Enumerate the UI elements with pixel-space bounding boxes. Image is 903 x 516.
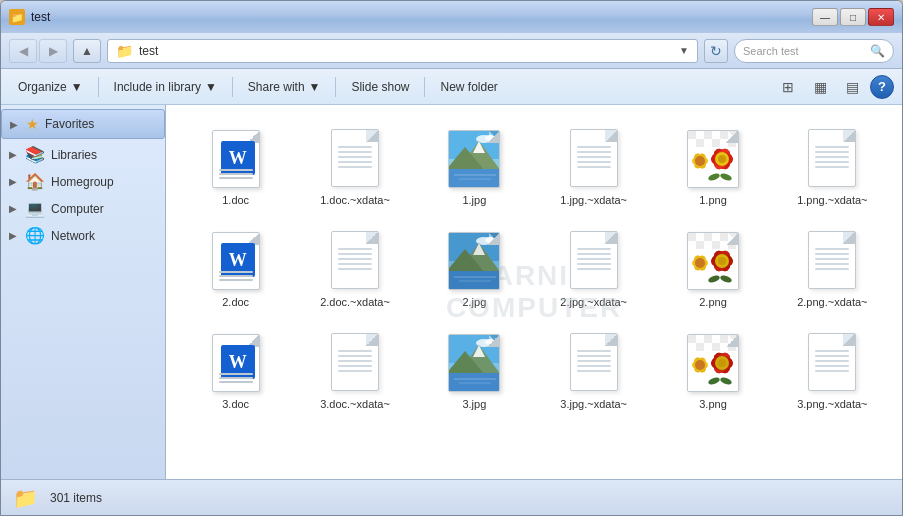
list-item[interactable]: 1.png — [657, 119, 768, 213]
svg-point-106 — [718, 359, 726, 367]
list-item[interactable]: 2.jpg — [419, 221, 530, 315]
file-name: 1.png — [699, 194, 727, 206]
forward-button[interactable]: ▶ — [39, 39, 67, 63]
search-icon[interactable]: 🔍 — [870, 44, 885, 58]
address-path[interactable]: 📁 test ▼ — [107, 39, 698, 63]
svg-point-76 — [476, 339, 492, 347]
svg-point-61 — [695, 258, 705, 268]
path-folder-icon: 📁 — [116, 43, 133, 59]
list-item[interactable]: 2.png — [657, 221, 768, 315]
file-name: 2.jpg — [462, 296, 486, 308]
png-icon — [681, 228, 745, 292]
main-content: ▶ ★ Favorites ▶ 📚 Libraries ▶ 🏠 Homegrou… — [1, 105, 902, 479]
png-icon — [681, 126, 745, 190]
file-name: 3.jpg.~xdata~ — [560, 398, 627, 410]
explorer-window: 📁 test — □ ✕ ◀ ▶ ▲ 📁 test ▼ ↻ Search tes… — [0, 0, 903, 516]
list-item[interactable]: 3.jpg — [419, 323, 530, 417]
favorites-arrow: ▶ — [10, 119, 18, 130]
svg-point-3 — [485, 135, 495, 141]
generic-doc-icon — [800, 330, 864, 394]
generic-doc-icon — [323, 126, 387, 190]
generic-doc-icon — [323, 330, 387, 394]
generic-doc-icon — [800, 228, 864, 292]
list-item[interactable]: 3.png.~xdata~ — [777, 323, 888, 417]
list-item[interactable]: W 2.doc — [180, 221, 291, 315]
file-name: 1.jpg.~xdata~ — [560, 194, 627, 206]
generic-doc-icon — [562, 228, 626, 292]
include-in-library-button[interactable]: Include in library ▼ — [105, 74, 226, 100]
refresh-button[interactable]: ↻ — [704, 39, 728, 63]
sidebar-item-favorites[interactable]: ▶ ★ Favorites — [1, 109, 165, 139]
list-item[interactable]: W 1.doc — [180, 119, 291, 213]
list-item[interactable]: 1.doc.~xdata~ — [299, 119, 410, 213]
favorites-star-icon: ★ — [26, 116, 39, 132]
toolbar-sep-4 — [424, 77, 425, 97]
toolbar: Organize ▼ Include in library ▼ Share wi… — [1, 69, 902, 105]
svg-rect-90 — [736, 335, 739, 343]
svg-rect-54 — [696, 241, 704, 249]
svg-point-40 — [485, 237, 495, 243]
list-item[interactable]: W 3.doc — [180, 323, 291, 417]
share-with-button[interactable]: Share with ▼ — [239, 74, 330, 100]
change-layout-button[interactable]: ⊞ — [774, 75, 802, 99]
window-title: test — [31, 10, 50, 24]
list-item[interactable]: 1.jpg.~xdata~ — [538, 119, 649, 213]
sidebar-item-network[interactable]: ▶ 🌐 Network — [1, 222, 165, 249]
generic-doc-icon — [562, 330, 626, 394]
new-folder-button[interactable]: New folder — [431, 74, 506, 100]
file-name: 3.doc — [222, 398, 249, 410]
include-arrow: ▼ — [205, 80, 217, 94]
minimize-button[interactable]: — — [812, 8, 838, 26]
details-pane-button[interactable]: ▤ — [838, 75, 866, 99]
list-item[interactable]: 1.png.~xdata~ — [777, 119, 888, 213]
search-box[interactable]: Search test 🔍 — [734, 39, 894, 63]
file-name: 2.jpg.~xdata~ — [560, 296, 627, 308]
svg-marker-85 — [489, 335, 500, 347]
svg-point-32 — [718, 155, 726, 163]
list-item[interactable]: 3.png — [657, 323, 768, 417]
svg-marker-10 — [489, 131, 500, 143]
jpg-icon — [442, 126, 506, 190]
svg-marker-11 — [489, 131, 500, 143]
computer-arrow: ▶ — [9, 203, 17, 214]
toolbar-sep-2 — [232, 77, 233, 97]
include-in-library-label: Include in library — [114, 80, 201, 94]
list-item[interactable]: 1.jpg — [419, 119, 530, 213]
toolbar-sep-1 — [98, 77, 99, 97]
list-item[interactable]: 3.jpg.~xdata~ — [538, 323, 649, 417]
list-item[interactable]: 3.doc.~xdata~ — [299, 323, 410, 417]
file-name: 3.png.~xdata~ — [797, 398, 867, 410]
toolbar-sep-3 — [335, 77, 336, 97]
slide-show-button[interactable]: Slide show — [342, 74, 418, 100]
list-item[interactable]: 2.jpg.~xdata~ — [538, 221, 649, 315]
organize-button[interactable]: Organize ▼ — [9, 74, 92, 100]
network-label: Network — [51, 229, 95, 243]
list-item[interactable]: 2.doc.~xdata~ — [299, 221, 410, 315]
file-name: 2.png — [699, 296, 727, 308]
svg-rect-50 — [688, 233, 696, 241]
close-button[interactable]: ✕ — [868, 8, 894, 26]
path-dropdown-arrow[interactable]: ▼ — [679, 45, 689, 56]
status-item-count: 301 items — [50, 491, 102, 505]
sidebar-item-computer[interactable]: ▶ 💻 Computer — [1, 195, 165, 222]
up-button[interactable]: ▲ — [73, 39, 101, 63]
svg-rect-88 — [704, 335, 712, 343]
libraries-label: Libraries — [51, 148, 97, 162]
file-name: 3.jpg — [462, 398, 486, 410]
list-item[interactable]: 2.png.~xdata~ — [777, 221, 888, 315]
new-folder-label: New folder — [440, 80, 497, 94]
sidebar-item-homegroup[interactable]: ▶ 🏠 Homegroup — [1, 168, 165, 195]
help-button[interactable]: ? — [870, 75, 894, 99]
svg-rect-87 — [688, 335, 696, 343]
svg-rect-18 — [712, 139, 720, 147]
svg-marker-48 — [489, 233, 500, 245]
back-button[interactable]: ◀ — [9, 39, 37, 63]
maximize-button[interactable]: □ — [840, 8, 866, 26]
favorites-label: Favorites — [45, 117, 94, 131]
homegroup-arrow: ▶ — [9, 176, 17, 187]
svg-point-39 — [476, 237, 492, 245]
png-icon — [681, 330, 745, 394]
sidebar-item-libraries[interactable]: ▶ 📚 Libraries — [1, 141, 165, 168]
preview-pane-button[interactable]: ▦ — [806, 75, 834, 99]
svg-rect-17 — [696, 139, 704, 147]
